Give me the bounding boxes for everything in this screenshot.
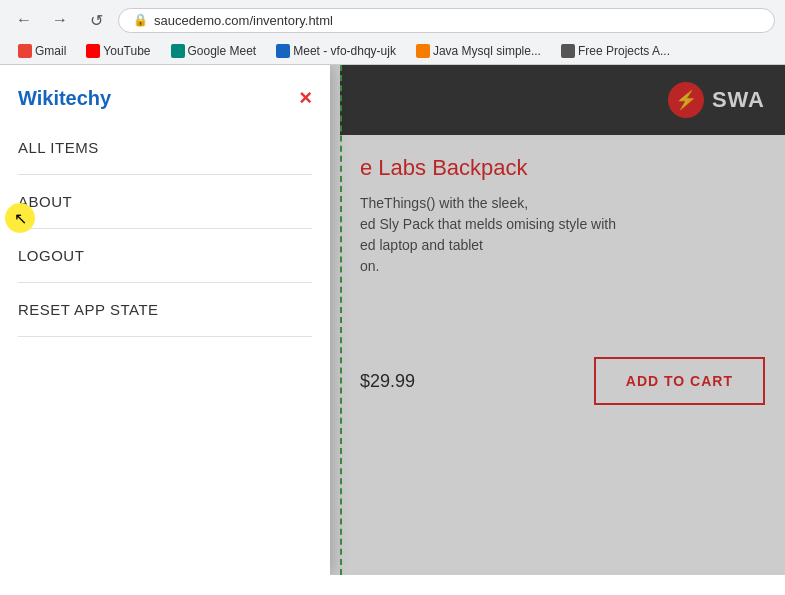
brand-logo[interactable]: Wikitechy [18,87,111,110]
bookmark-mysql[interactable]: Java Mysql simple... [408,42,549,60]
page-content: ⚡ SWA e Labs Backpack TheThings() with t… [0,65,785,575]
youtube-icon [86,44,100,58]
bookmark-youtube-label: YouTube [103,44,150,58]
browser-chrome: ← → ↺ 🔒 saucedemo.com/inventory.html Gma… [0,0,785,65]
menu-item-about[interactable]: ABOUT [18,175,312,229]
menu-item-logout-label: LOGOUT [18,247,84,264]
side-drawer: Wikitechy × ↖ ALL ITEMS ABOUT LOGOUT RES… [0,65,330,575]
address-bar[interactable]: 🔒 saucedemo.com/inventory.html [118,8,775,33]
url-text: saucedemo.com/inventory.html [154,13,333,28]
lock-icon: 🔒 [133,13,148,27]
menu-item-reset[interactable]: RESET APP STATE [18,283,312,337]
mysql-icon [416,44,430,58]
browser-nav: ← → ↺ 🔒 saucedemo.com/inventory.html [0,0,785,40]
close-drawer-button[interactable]: × [299,85,312,111]
bookmark-mysql-label: Java Mysql simple... [433,44,541,58]
bookmark-youtube[interactable]: YouTube [78,42,158,60]
drawer-menu: ALL ITEMS ABOUT LOGOUT RESET APP STATE [0,121,330,337]
bookmark-meet-vfo[interactable]: Meet - vfo-dhqy-ujk [268,42,404,60]
back-button[interactable]: ← [10,6,38,34]
menu-item-reset-label: RESET APP STATE [18,301,159,318]
menu-item-all-items[interactable]: ALL ITEMS [18,121,312,175]
meet-vfo-icon [276,44,290,58]
gmail-icon [18,44,32,58]
bookmark-gmeet-label: Google Meet [188,44,257,58]
menu-item-all-items-label: ALL ITEMS [18,139,99,156]
forward-button[interactable]: → [46,6,74,34]
menu-item-logout[interactable]: LOGOUT [18,229,312,283]
cursor-symbol: ↖ [14,209,27,228]
drawer-header: Wikitechy × [0,65,330,121]
bookmark-gmail-label: Gmail [35,44,66,58]
bookmarks-bar: Gmail YouTube Google Meet Meet - vfo-dhq… [0,40,785,64]
bookmark-gmail[interactable]: Gmail [10,42,74,60]
gmeet-icon [171,44,185,58]
bookmark-free[interactable]: Free Projects A... [553,42,678,60]
cursor-indicator: ↖ [5,203,35,233]
refresh-button[interactable]: ↺ [82,6,110,34]
bookmark-meet-vfo-label: Meet - vfo-dhqy-ujk [293,44,396,58]
free-icon [561,44,575,58]
bookmark-free-label: Free Projects A... [578,44,670,58]
bookmark-gmeet[interactable]: Google Meet [163,42,265,60]
